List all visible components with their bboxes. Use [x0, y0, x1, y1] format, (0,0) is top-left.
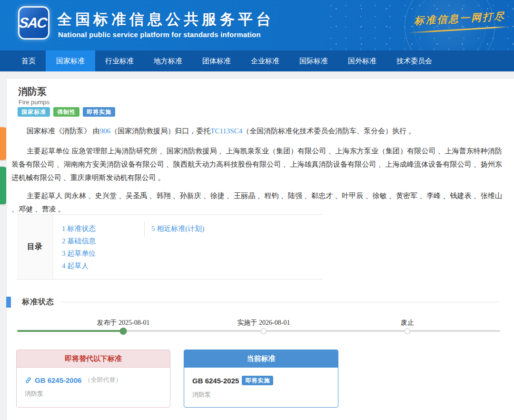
toc-column-2: 5 相近标准(计划)	[151, 222, 204, 235]
nav-item-enterprise-standards[interactable]: 企业标准	[241, 50, 289, 71]
section-rule	[62, 302, 498, 302]
nav-item-local-standards[interactable]: 地方标准	[144, 50, 192, 71]
replaced-standard-link[interactable]: GB 6245-2006	[35, 376, 81, 384]
badge-upcoming: 即将实施	[83, 107, 115, 117]
link-icon	[25, 377, 32, 384]
nav-item-technical-committees[interactable]: 技术委员会	[386, 50, 442, 71]
paragraph-scope: 国家标准《消防泵》 由906（国家消防救援局）归口，委托TC113SC4（全国消…	[11, 124, 502, 138]
replaced-standard-note: （全部代替）	[84, 376, 121, 384]
current-standard-name: 消防泵	[192, 390, 338, 399]
sac-logo-text: SAC	[19, 15, 49, 31]
status-section-title: 标准状态	[22, 297, 54, 307]
toc-link-drafting-units[interactable]: 3 起草单位	[62, 247, 323, 260]
timeline-label-abolished: 废止	[401, 319, 414, 327]
replaced-card-body: GB 6245-2006 （全部代替） 消防泵	[17, 368, 170, 398]
section-accent-bar	[6, 297, 11, 308]
timeline-dot-abolished	[405, 328, 411, 334]
toc-link-drafters[interactable]: 4 起草人	[62, 260, 323, 272]
site-title: 全国标准信息公共服务平台	[57, 10, 274, 30]
tc113sc4-link[interactable]: TC113SC4	[210, 127, 242, 135]
nav-item-industry-standards[interactable]: 行业标准	[95, 50, 144, 71]
main-content: 消防泵 Fire pumps 国家标准 强制性 即将实施 国家标准《消防泵》 由…	[6, 78, 514, 420]
page-left-margin	[0, 71, 6, 420]
replaced-card-header: 即将替代以下标准	[17, 350, 170, 368]
standard-badges: 国家标准 强制性 即将实施	[18, 107, 115, 117]
toc-link-similar-standards[interactable]: 5 相近标准(计划)	[151, 222, 204, 235]
main-nav: 首页 国家标准 行业标准 地方标准 团体标准 企业标准 国际标准 国外标准 技术…	[0, 50, 514, 71]
standard-title-en: Fire pumps	[19, 99, 49, 106]
timeline-label-published: 发布于 2025-08-01	[97, 319, 150, 327]
paragraph-drafters: 主要起草人 闵永林 、史兴堂 、吴圣禹 、韩翔 、孙新庆 、徐捷 、王丽晶 、程…	[11, 189, 502, 216]
site-subtitle: National public service platform for sta…	[58, 30, 261, 39]
paragraph-drafting-units: 主要起草单位 应急管理部上海消防研究所 、国家消防救援局 、上海凯泉泵业（集团）…	[11, 144, 502, 184]
timeline-track-done	[17, 330, 123, 332]
scope-text-1: 国家标准《消防泵》 由	[27, 127, 100, 135]
current-card-body: GB 6245-2025 即将实施 消防泵	[184, 368, 338, 399]
toc-box: 目录 1 标准状态 2 基础信息 3 起草单位 4 起草人 5 相近标准(计划)	[17, 214, 323, 280]
nav-item-international-standards[interactable]: 国际标准	[289, 50, 338, 71]
nav-item-group-standards[interactable]: 团体标准	[192, 50, 241, 71]
nav-content-divider	[0, 71, 514, 78]
current-standard-code: GB 6245-2025	[192, 377, 239, 385]
dept-906-link[interactable]: 906	[100, 127, 111, 135]
site-header: SAC 全国标准信息公共服务平台 National public service…	[0, 0, 514, 50]
toc-body: 1 标准状态 2 基础信息 3 起草单位 4 起草人 5 相近标准(计划)	[53, 215, 323, 279]
toc-column-divider	[144, 221, 145, 238]
nav-item-home[interactable]: 首页	[11, 50, 46, 71]
replaced-standard-name: 消防泵	[25, 390, 170, 398]
scope-text-2: （国家消防救援局）归口，委托	[110, 127, 210, 135]
nav-item-foreign-standards[interactable]: 国外标准	[338, 50, 386, 71]
current-card-header: 当前标准	[184, 350, 338, 368]
toc-link-basic-info[interactable]: 2 基础信息	[62, 235, 323, 247]
timeline-label-effective: 实施于 2026-08-01	[237, 319, 290, 327]
current-standard-badge: 即将实施	[242, 376, 273, 385]
replaced-standard-card: 即将替代以下标准 GB 6245-2006 （全部代替） 消防泵	[16, 350, 170, 408]
timeline-dot-published	[120, 328, 127, 335]
nav-item-national-standards[interactable]: 国家标准	[46, 50, 95, 71]
sac-logo[interactable]: SAC	[18, 6, 49, 40]
badge-national-standard: 国家标准	[18, 107, 50, 117]
status-section-header: 标准状态	[6, 297, 498, 308]
badge-mandatory: 强制性	[53, 107, 79, 117]
toc-label: 目录	[17, 215, 53, 279]
timeline-dot-effective	[261, 328, 267, 334]
current-standard-card: 当前标准 GB 6245-2025 即将实施 消防泵	[184, 350, 338, 408]
scope-text-3: （全国消防标准化技术委员会消防车、泵分会）执行 。	[242, 127, 415, 135]
standard-title: 消防泵	[18, 85, 47, 98]
